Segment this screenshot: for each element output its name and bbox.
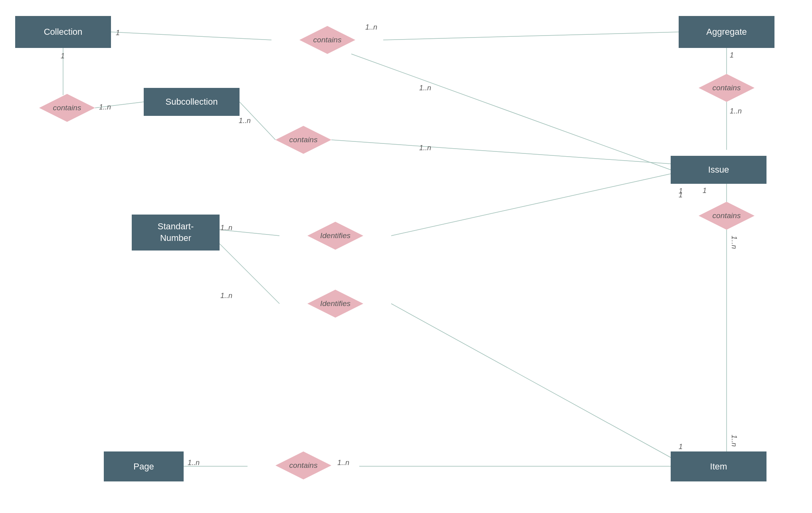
entity-page: Page	[104, 451, 184, 481]
diamond-contains-top: contains	[299, 26, 355, 54]
card-ident-issue: 1	[679, 191, 683, 199]
entity-collection: Collection	[15, 16, 111, 48]
entity-subcollection: Subcollection	[144, 88, 240, 116]
svg-line-8	[331, 140, 671, 164]
card-agg-contains-issue: 1..n	[730, 107, 742, 115]
diamond-contains-left: contains	[39, 94, 95, 122]
card-contains-cross-issue: 1..n	[419, 84, 431, 92]
card-sub-contains-issue: 1..n	[419, 144, 431, 152]
entity-issue: Issue	[671, 156, 766, 184]
card-collection-down: 1	[61, 52, 65, 60]
svg-line-10	[391, 174, 671, 236]
diamond-identifies-top: Identifies	[307, 222, 363, 250]
svg-line-1	[383, 32, 679, 40]
card-collection-contains: 1	[116, 29, 120, 37]
connections-svg	[0, 0, 812, 513]
card-ident-bot-item: 1	[679, 443, 683, 451]
svg-line-0	[111, 32, 271, 40]
card-contains-item: 1..n	[337, 459, 349, 467]
card-sn-ident-top: 1..n	[220, 224, 232, 232]
svg-line-12	[391, 304, 671, 457]
card-issue-contains-item: 1..n	[730, 236, 738, 249]
card-contains-sub-right: 1..n	[99, 103, 111, 111]
card-contains-aggregate: 1..n	[365, 23, 377, 32]
entity-item: Item	[671, 451, 766, 481]
svg-line-6	[351, 54, 671, 170]
card-sn-ident-bot: 1..n	[220, 292, 232, 300]
card-aggregate-down: 1	[730, 51, 734, 60]
card-issue-contains-1: 1	[703, 187, 707, 195]
card-contains-item-label: 1..n	[730, 435, 738, 447]
er-diagram: Collection Aggregate Subcollection Issue…	[0, 0, 812, 513]
entity-aggregate: Aggregate	[679, 16, 774, 48]
card-sub-contains: 1..n	[239, 117, 251, 125]
diamond-identifies-bot: Identifies	[307, 290, 363, 318]
diamond-contains-sub: contains	[275, 126, 331, 154]
diamond-contains-issue: contains	[699, 202, 755, 230]
entity-standart-number: Standart- Number	[132, 215, 220, 251]
card-page-contains: 1..n	[188, 459, 200, 467]
diamond-contains-agg: contains	[699, 74, 755, 102]
diamond-contains-page: contains	[275, 451, 331, 479]
